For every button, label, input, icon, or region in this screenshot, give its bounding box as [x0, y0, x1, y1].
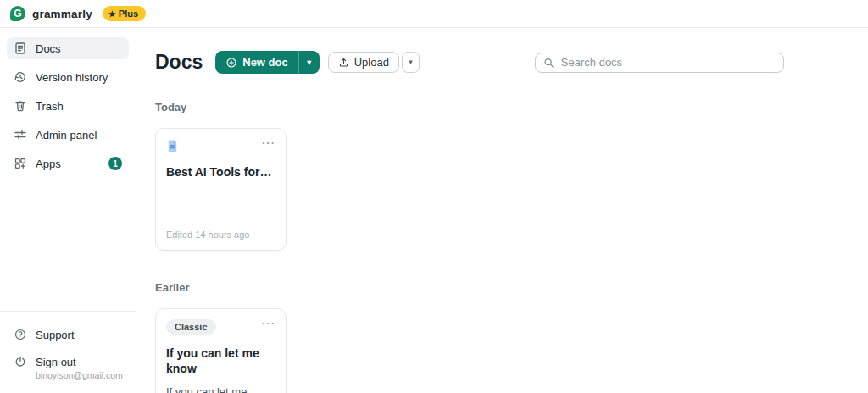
sidebar-item-version-history[interactable]: Version history: [7, 66, 129, 88]
chevron-down-icon: ▼: [305, 58, 313, 67]
sidebar-item-label: Admin panel: [36, 129, 97, 141]
search-box: [535, 53, 784, 73]
sidebar-item-label: Trash: [36, 100, 64, 113]
chevron-down-icon: ▼: [407, 58, 414, 66]
star-icon: ★: [108, 9, 116, 19]
help-circle-icon: [14, 328, 27, 341]
search-icon: [543, 57, 554, 69]
plan-badge-label: Plus: [119, 8, 138, 19]
upload-dropdown-button[interactable]: ▼: [402, 52, 420, 73]
sidebar-item-label: Support: [36, 329, 75, 341]
main-content: Docs New doc ▼: [136, 28, 868, 393]
doc-card-title: If you can let me know: [166, 346, 275, 376]
grammarly-app: G grammarly ★ Plus Docs Version history: [0, 0, 868, 393]
top-bar: G grammarly ★ Plus: [0, 0, 868, 28]
sidebar-item-label: Sign out: [36, 356, 76, 368]
power-icon: [14, 355, 27, 368]
sidebar-item-label: Docs: [36, 42, 61, 55]
search-input[interactable]: [561, 56, 776, 69]
docs-toolbar: Docs New doc ▼: [155, 51, 868, 74]
doc-card[interactable]: ··· Best AI Tools for… Edited 14 hours a…: [155, 128, 287, 251]
sidebar-item-support[interactable]: Support: [7, 324, 129, 346]
blue-doc-icon: [166, 139, 179, 153]
grammarly-logo-icon[interactable]: G: [10, 6, 25, 21]
doc-card-title: Best AI Tools for…: [166, 165, 275, 180]
page-title: Docs: [155, 51, 203, 74]
section-label-today: Today: [155, 101, 868, 113]
sliders-icon: [14, 128, 27, 141]
new-doc-dropdown-button[interactable]: ▼: [299, 58, 320, 67]
logo-text: grammarly: [32, 8, 92, 20]
upload-label: Upload: [354, 56, 389, 69]
overflow-menu-icon[interactable]: ···: [262, 319, 275, 328]
section-label-earlier: Earlier: [155, 281, 868, 294]
plus-circle-icon: [225, 57, 237, 69]
sidebar-item-admin-panel[interactable]: Admin panel: [7, 124, 129, 146]
upload-icon: [338, 57, 349, 68]
new-doc-split-button: New doc ▼: [215, 51, 319, 74]
account-email: binoyison@gmail.com: [36, 370, 122, 380]
upload-button[interactable]: Upload: [328, 52, 399, 73]
apps-count-badge: 1: [108, 157, 122, 170]
sidebar-item-apps[interactable]: Apps 1: [7, 152, 129, 174]
apps-grid-icon: [14, 157, 27, 170]
document-icon: [14, 42, 27, 55]
plan-badge[interactable]: ★ Plus: [103, 6, 146, 21]
doc-card[interactable]: Classic ··· If you can let me know If yo…: [155, 308, 287, 393]
new-doc-button[interactable]: New doc: [215, 56, 298, 69]
sidebar-footer: Support Sign out binoyison@gmail.com: [0, 311, 136, 393]
classic-badge: Classic: [166, 319, 216, 335]
sidebar-item-label: Apps: [36, 158, 61, 170]
sidebar-item-trash[interactable]: Trash: [7, 95, 129, 117]
doc-card-edited-timestamp: Edited 14 hours ago: [166, 230, 275, 240]
sidebar: Docs Version history Trash Admin panel: [0, 28, 136, 393]
trash-icon: [14, 99, 27, 113]
doc-card-preview: If you can let me know 30 min early I co…: [166, 384, 275, 393]
history-icon: [14, 70, 27, 84]
sidebar-item-sign-out[interactable]: Sign out binoyison@gmail.com: [7, 351, 129, 385]
new-doc-label: New doc: [242, 56, 287, 69]
sidebar-item-docs[interactable]: Docs: [7, 37, 129, 59]
upload-split-button: Upload ▼: [328, 52, 420, 73]
sidebar-item-label: Version history: [36, 71, 108, 84]
overflow-menu-icon[interactable]: ···: [262, 139, 275, 147]
